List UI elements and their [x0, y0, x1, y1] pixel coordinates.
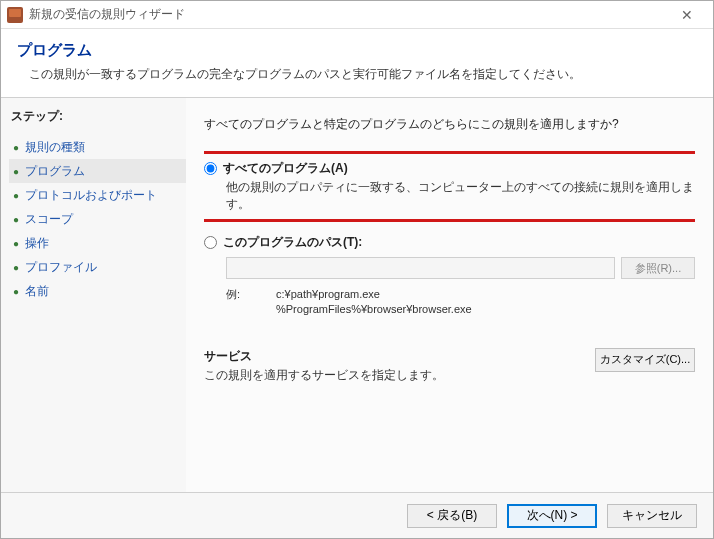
footer: < 戻る(B) 次へ(N) > キャンセル	[1, 492, 713, 538]
titlebar-text: 新規の受信の規則ウィザード	[29, 6, 667, 23]
question-text: すべてのプログラムと特定のプログラムのどちらにこの規則を適用しますか?	[204, 116, 695, 133]
customize-button[interactable]: カスタマイズ(C)...	[595, 348, 695, 372]
sidebar-item-label: スコープ	[25, 211, 73, 228]
sidebar-item-protocol-ports[interactable]: ●プロトコルおよびポート	[9, 183, 186, 207]
sidebar-item-profile[interactable]: ●プロファイル	[9, 255, 186, 279]
program-path-input	[226, 257, 615, 279]
page-title: プログラム	[17, 41, 697, 60]
header-panel: プログラム この規則が一致するプログラムの完全なプログラムのパスと実行可能ファイ…	[1, 29, 713, 98]
example-line-2: %ProgramFiles%¥browser¥browser.exe	[276, 302, 472, 317]
bullet-icon: ●	[13, 262, 19, 273]
option-all-desc: 他の規則のプロパティに一致する、コンピューター上のすべての接続に規則を適用します…	[226, 179, 695, 213]
sidebar-item-label: プログラム	[25, 163, 85, 180]
sidebar-item-rule-type[interactable]: ●規則の種類	[9, 135, 186, 159]
wizard-window: 新規の受信の規則ウィザード ✕ プログラム この規則が一致するプログラムの完全な…	[0, 0, 714, 539]
service-block: サービス この規則を適用するサービスを指定します。 カスタマイズ(C)...	[204, 348, 695, 384]
sidebar-item-name[interactable]: ●名前	[9, 279, 186, 303]
example-values: c:¥path¥program.exe %ProgramFiles%¥brows…	[276, 287, 472, 318]
close-icon: ✕	[681, 7, 693, 23]
body: ステップ: ●規則の種類 ●プログラム ●プロトコルおよびポート ●スコープ ●…	[1, 98, 713, 492]
close-button[interactable]: ✕	[667, 2, 707, 28]
app-icon	[7, 7, 23, 23]
radio-all-programs[interactable]	[204, 162, 217, 175]
sidebar-item-program[interactable]: ●プログラム	[9, 159, 186, 183]
path-area: 参照(R)...	[226, 257, 695, 279]
steps-heading: ステップ:	[9, 108, 186, 125]
example-row: 例: c:¥path¥program.exe %ProgramFiles%¥br…	[226, 287, 695, 318]
highlight-line	[204, 219, 695, 222]
service-desc: この規則を適用するサービスを指定します。	[204, 367, 583, 384]
option-path-label: このプログラムのパス(T):	[223, 234, 362, 251]
sidebar-item-label: 名前	[25, 283, 49, 300]
service-title: サービス	[204, 348, 583, 365]
next-button[interactable]: 次へ(N) >	[507, 504, 597, 528]
option-all-programs: すべてのプログラム(A) 他の規則のプロパティに一致する、コンピューター上のすべ…	[204, 160, 695, 213]
option-all-label: すべてのプログラム(A)	[223, 160, 348, 177]
bullet-icon: ●	[13, 142, 19, 153]
sidebar-item-label: 規則の種類	[25, 139, 85, 156]
page-subtitle: この規則が一致するプログラムの完全なプログラムのパスと実行可能ファイル名を指定し…	[17, 66, 697, 83]
sidebar-item-label: プロファイル	[25, 259, 97, 276]
radio-this-program[interactable]	[204, 236, 217, 249]
option-this-program: このプログラムのパス(T): 参照(R)... 例: c:¥path¥progr…	[204, 234, 695, 318]
bullet-icon: ●	[13, 214, 19, 225]
back-button[interactable]: < 戻る(B)	[407, 504, 497, 528]
option-all-row[interactable]: すべてのプログラム(A)	[204, 160, 695, 177]
titlebar: 新規の受信の規則ウィザード ✕	[1, 1, 713, 29]
bullet-icon: ●	[13, 286, 19, 297]
bullet-icon: ●	[13, 190, 19, 201]
sidebar-item-scope[interactable]: ●スコープ	[9, 207, 186, 231]
main-panel: すべてのプログラムと特定のプログラムのどちらにこの規則を適用しますか? すべての…	[186, 98, 713, 492]
service-text: サービス この規則を適用するサービスを指定します。	[204, 348, 583, 384]
example-line-1: c:¥path¥program.exe	[276, 287, 472, 302]
option-path-row[interactable]: このプログラムのパス(T):	[204, 234, 695, 251]
bullet-icon: ●	[13, 238, 19, 249]
example-label: 例:	[226, 287, 276, 318]
sidebar-item-label: 操作	[25, 235, 49, 252]
sidebar-item-label: プロトコルおよびポート	[25, 187, 157, 204]
browse-button: 参照(R)...	[621, 257, 695, 279]
sidebar-item-action[interactable]: ●操作	[9, 231, 186, 255]
sidebar: ステップ: ●規則の種類 ●プログラム ●プロトコルおよびポート ●スコープ ●…	[1, 98, 186, 492]
highlight-line	[204, 151, 695, 154]
bullet-icon: ●	[13, 166, 19, 177]
cancel-button[interactable]: キャンセル	[607, 504, 697, 528]
